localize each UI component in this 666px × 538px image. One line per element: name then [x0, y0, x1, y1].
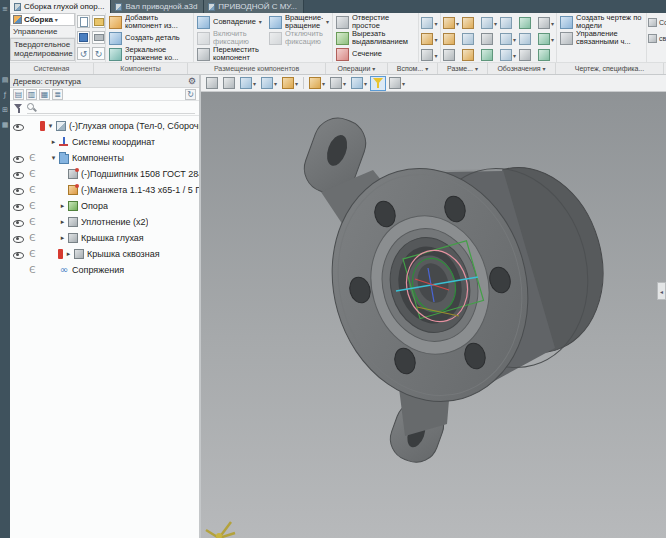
boolean-tool-button[interactable]	[443, 47, 462, 63]
document-tab[interactable]: ПРИВОДНОЙ С МУ...	[204, 0, 304, 13]
print-icon[interactable]	[92, 31, 105, 44]
app-menu-icon[interactable]: ≡	[1, 4, 10, 15]
scene-settings-button[interactable]: ▾	[387, 76, 407, 91]
tree-item[interactable]: Є▸Опора	[10, 198, 199, 214]
visibility-eye-icon[interactable]	[10, 250, 25, 259]
axis-tool-button[interactable]	[519, 47, 538, 63]
include-in-sections-icon[interactable]: Є	[25, 249, 40, 259]
tree-item[interactable]: ▾(-)Глухая опора (Тел-0, Сборочных е	[10, 118, 199, 134]
library-panel-icon[interactable]: ⊞	[1, 105, 10, 116]
mirror-components-button[interactable]: Зеркальное отражение ко...	[107, 46, 192, 62]
document-tab[interactable]: Вал приводной.a3d	[111, 0, 204, 13]
redo-icon[interactable]: ↻	[92, 47, 105, 60]
tree-refresh-icon[interactable]: ↻	[185, 89, 196, 100]
visibility-eye-icon[interactable]	[10, 122, 25, 131]
messages-panel-icon[interactable]: ▦	[1, 120, 10, 131]
orientation-button[interactable]: ▾	[280, 76, 300, 91]
truncated-button-1[interactable]: Со...	[648, 14, 666, 30]
tree-structure-view-icon[interactable]: ▤	[13, 89, 24, 100]
new-document-icon[interactable]	[77, 15, 90, 28]
move-component-button[interactable]: Переместить компонент	[195, 46, 265, 62]
zoom-button[interactable]: ▾	[238, 76, 258, 91]
cut-extrude-button[interactable]: Вырезать выдавливанием	[334, 30, 417, 46]
create-drawing-from-model-button[interactable]: Создать чертеж по модели	[558, 14, 645, 30]
ribbon-tab-operations[interactable]: Операции▾	[326, 63, 388, 74]
visibility-eye-icon[interactable]	[10, 154, 25, 163]
pattern-tool-button[interactable]: ▾	[421, 15, 437, 31]
filter-objects-ic[interactable]	[370, 76, 386, 91]
workspace-selector[interactable]: Сборка ▾	[10, 13, 75, 26]
visibility-eye-icon[interactable]	[10, 170, 25, 179]
manage-linked-docs-button[interactable]: Управление связанными ч...	[558, 30, 645, 46]
section-button[interactable]: Сечение	[334, 46, 417, 62]
tree-item[interactable]: ▸Системы координат	[10, 134, 199, 150]
expander-icon[interactable]: ▸	[49, 138, 58, 146]
include-in-sections-icon[interactable]: Є	[25, 201, 40, 211]
tree-search-box[interactable]	[27, 103, 195, 114]
open-document-icon[interactable]	[92, 15, 105, 28]
draft-tool-button[interactable]	[462, 31, 481, 47]
visibility-eye-icon[interactable]	[10, 202, 25, 211]
section-display-button[interactable]: ▾	[328, 76, 348, 91]
tree-groups-view-icon[interactable]: ▦	[39, 89, 50, 100]
surface-tool-button[interactable]	[481, 47, 500, 63]
bearing-support-3d-model[interactable]	[201, 92, 666, 538]
tree-options-icon[interactable]: ≣	[52, 89, 63, 100]
macro-element-tool-button[interactable]: ▾	[421, 47, 437, 63]
menu-item-solid-modeling[interactable]: Твердотельное моделирование	[10, 38, 75, 60]
split-tool-button[interactable]	[462, 47, 481, 63]
truncated-button-2[interactable]: сва...	[648, 30, 666, 46]
thread-tool-button[interactable]	[481, 31, 500, 47]
rib-tool-button[interactable]	[443, 31, 462, 47]
hide-objects-button[interactable]: ▾	[349, 76, 369, 91]
include-in-sections-icon[interactable]: Є	[25, 265, 40, 275]
include-in-sections-icon[interactable]: Є	[25, 153, 40, 163]
point-tool-button[interactable]	[538, 47, 557, 63]
ribbon-tab-designations[interactable]: Обозначения▾	[488, 63, 556, 74]
simple-hole-button[interactable]: Отверстие простое	[334, 14, 417, 30]
viewport[interactable]: ◂	[201, 92, 666, 538]
include-in-sections-icon[interactable]: Є	[25, 217, 40, 227]
expander-icon[interactable]: ▾	[46, 122, 55, 130]
pattern-linear-tool-button[interactable]: ▾	[500, 31, 519, 47]
filter-funnel-icon[interactable]	[14, 104, 23, 113]
ribbon-tab-layout[interactable]: Разме...▾	[438, 63, 488, 74]
expander-icon[interactable]: ▾	[49, 154, 58, 162]
clipboard-panel-icon[interactable]: ▤	[1, 75, 10, 86]
document-tab[interactable]: Сборка глухой опор...	[10, 0, 111, 13]
menu-item-management[interactable]: Управление	[10, 26, 75, 38]
extrude-tool-button[interactable]: ▾	[443, 15, 462, 31]
fillet-tool-button[interactable]: ▾	[481, 15, 500, 31]
expander-icon[interactable]: ▸	[58, 202, 67, 210]
display-style-button[interactable]: ▾	[307, 76, 327, 91]
coordinate-planes-button[interactable]	[204, 76, 220, 91]
expander-icon[interactable]: ▸	[58, 218, 67, 226]
expander-icon[interactable]: ▸	[64, 250, 73, 258]
include-in-sections-icon[interactable]: Є	[25, 169, 40, 179]
visibility-eye-icon[interactable]	[10, 186, 25, 195]
pattern-circular-tool-button[interactable]	[519, 31, 538, 47]
expander-icon[interactable]: ▸	[58, 234, 67, 242]
include-in-sections-icon[interactable]: Є	[25, 185, 40, 195]
mate-rotation-button[interactable]: Вращение-вращение▾	[267, 14, 331, 30]
undo-icon[interactable]: ↺	[77, 47, 90, 60]
tree-item[interactable]: Є▾Компоненты	[10, 150, 199, 166]
tree-item[interactable]: Є▸Крышка глухая	[10, 230, 199, 246]
plane-tool-button[interactable]: ▾	[500, 47, 519, 63]
tree-search-input[interactable]	[39, 103, 195, 113]
tree-item[interactable]: Є(-)Манжета 1.1-43 x65-1 / 5 ГОСТ	[10, 182, 199, 198]
panel-collapse-handle[interactable]: ◂	[657, 282, 666, 300]
tree-item[interactable]: Є▸Уплотнение (x2)	[10, 214, 199, 230]
chamfer-tool-button[interactable]	[500, 15, 519, 31]
mate-coincident-button[interactable]: Совпадение▾	[195, 14, 265, 30]
parameters-panel-icon[interactable]: ƒ	[1, 90, 10, 101]
orbit-button[interactable]: ▾	[259, 76, 279, 91]
tree-sequence-view-icon[interactable]: ▥	[26, 89, 37, 100]
shell-tool-button[interactable]	[519, 15, 538, 31]
component-array-tool-button[interactable]: ▾	[421, 31, 437, 47]
ribbon-tab-drawing[interactable]: Чертеж, специфика...	[556, 63, 664, 74]
tree-item[interactable]: Є▸Крышка сквозная	[10, 246, 199, 262]
add-component-button[interactable]: Добавить компонент из...	[107, 14, 192, 30]
mirror-tool-button[interactable]: ▾	[538, 31, 557, 47]
revolve-tool-button[interactable]	[462, 15, 481, 31]
